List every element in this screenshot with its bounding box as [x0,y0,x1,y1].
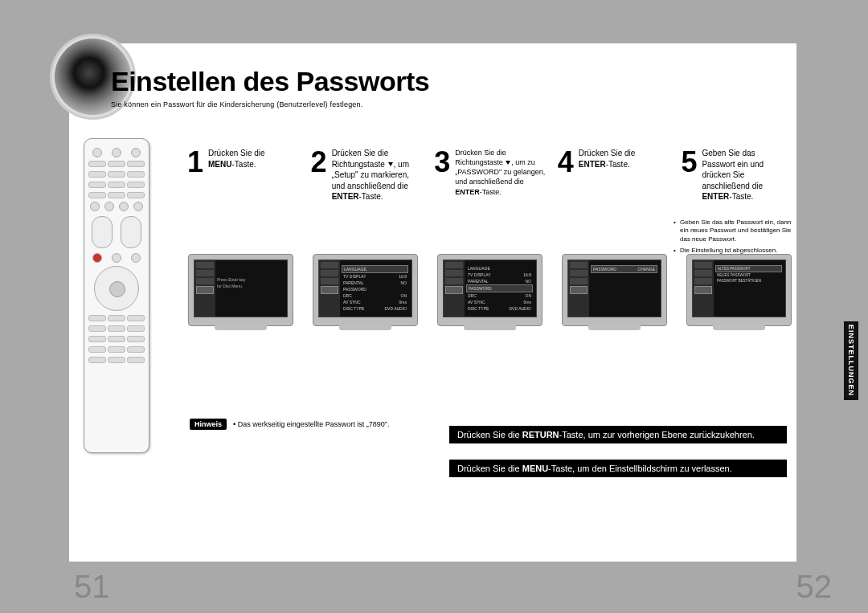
step-text: Drücken Sie die MENU-Taste. [208,148,265,170]
step-number: 5 [681,148,697,177]
step5-notes: Geben Sie das alte Passwort ein, dann ei… [674,219,794,259]
tv-thumb-5: ALTES PASSWORT NEUES PASSWORT PASSWORT B… [686,254,792,326]
page-subtitle: Sie können ein Passwort für die Kindersi… [111,100,429,108]
tv-thumb-4: PASSWORDCHANGE [562,254,667,326]
step-4: 4 Drücken Sie die ENTER-Taste. [558,148,675,202]
section-tab: EINSTELLUNGEN [844,321,858,400]
hint-text: Das werkseitig eingestellte Passwort ist… [233,420,389,428]
step-5: 5 Geben Sie das Passwort ein und drücken… [681,148,798,202]
page-number-left: 51 [74,569,110,605]
info-bar-return: Drücken Sie die RETURN-Taste, um zur vor… [449,426,787,443]
step-1: 1 Drücken Sie die MENU-Taste. [187,148,305,202]
hint-tag: Hinweis [190,419,227,430]
step-number: 3 [434,148,450,177]
step-text: Drücken Sie die ENTER-Taste. [579,148,636,170]
step-text: Geben Sie das Passwort ein und drücken S… [702,148,764,202]
down-arrow-icon [388,162,393,166]
step-number: 2 [311,148,327,177]
manual-page: Einstellen des Passworts Sie können ein … [0,0,868,613]
note-item: Geben Sie das alte Passwort ein, dann ei… [674,219,794,243]
steps-row: 1 Drücken Sie die MENU-Taste. 2 Drücken … [187,148,798,202]
tv-thumb-1: Press Enter key for Disc Menu. [188,254,293,326]
tv-thumb-2: LANGUAGE TV DISPLAY16:9 PARENTALNO PASSW… [313,254,418,326]
tv-thumb-3: LANGUAGE TV DISPLAY16:9 PARENTALNO PASSW… [437,254,542,326]
step-3: 3 Drücken Sie die Richtungstaste , um zu… [434,148,551,202]
info-bar-menu: Drücken Sie die MENU-Taste, um den Einst… [449,460,787,477]
step-text: Drücken Sie die Richtungstaste , um „Set… [332,148,409,202]
step-2: 2 Drücken Sie die Richtungstaste , um „S… [311,148,428,202]
down-arrow-icon [506,161,510,165]
tv-thumbnails: Press Enter key for Disc Menu. LANGUAGE … [188,254,797,326]
page-number-right: 52 [796,569,833,605]
step-number: 1 [187,148,203,177]
hint-note: Hinweis Das werkseitig eingestellte Pass… [190,419,389,430]
page-title: Einstellen des Passworts [111,66,429,97]
step-text: Drücken Sie die Richtungstaste , um zu „… [455,148,545,197]
remote-control-icon [84,138,149,453]
title-block: Einstellen des Passworts Sie können ein … [111,66,429,108]
info-bars: Drücken Sie die RETURN-Taste, um zur vor… [449,426,787,493]
step-number: 4 [558,148,574,177]
